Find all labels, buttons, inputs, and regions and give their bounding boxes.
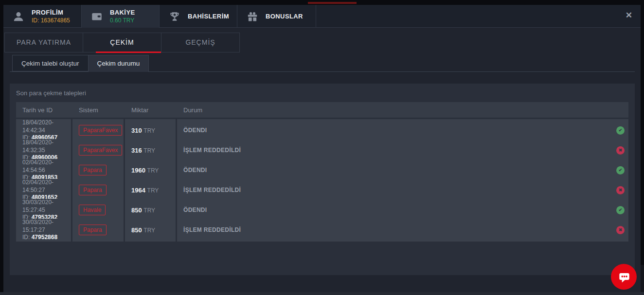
payment-system-badge: Papara bbox=[79, 225, 107, 235]
live-chat-button[interactable] bbox=[611, 264, 637, 290]
chat-bubble-icon bbox=[617, 270, 631, 284]
row-amount: 850 TRY bbox=[131, 226, 176, 234]
panel-title: Son para çekme talepleri bbox=[10, 84, 635, 97]
status-icon: ✔ bbox=[616, 206, 625, 214]
nav-tab-balance[interactable]: BAKİYE 0.60 TRY bbox=[82, 5, 160, 28]
withdrawals-table: Tarih ve ID Sistem Miktar Durum 18/04/20… bbox=[16, 102, 628, 237]
row-amount: 1960 TRY bbox=[131, 167, 176, 174]
cell-date-id: 30/03/2020-15:17:27 ID: 47952868 bbox=[16, 219, 71, 242]
account-nav: PROFİLİM ID: 163674865 BAKİYE 0.60 TRY bbox=[3, 5, 641, 28]
cell-date-id: 02/04/2020-14:54:56 ID: 48091853 bbox=[16, 159, 71, 182]
status-icon: ✖ bbox=[616, 226, 625, 234]
row-date: 18/04/2020-14:32:35 bbox=[22, 139, 71, 154]
cell-system: PaparaFavex bbox=[72, 139, 124, 162]
status-icon: ✖ bbox=[616, 146, 625, 155]
cell-system: Papara bbox=[72, 159, 124, 182]
status-icon: ✔ bbox=[616, 126, 625, 135]
row-id: ID: 47952868 bbox=[22, 234, 71, 242]
subtab-withdrawal-status[interactable]: Çekim durumu bbox=[88, 55, 149, 72]
cell-amount: 1960 TRY bbox=[125, 159, 176, 182]
cell-system: Papara bbox=[72, 179, 124, 202]
row-amount: 310 TRY bbox=[131, 127, 176, 134]
row-status-text: ÖDENDI bbox=[183, 207, 207, 213]
table-header: Tarih ve ID Sistem Miktar Durum bbox=[16, 102, 628, 118]
subtab-create-withdrawal[interactable]: Çekim talebi oluştur bbox=[12, 55, 89, 71]
cell-date-id: 02/04/2020-14:50:27 ID: 48091652 bbox=[16, 179, 71, 202]
payment-system-badge: Havale bbox=[79, 205, 106, 215]
cell-system: Havale bbox=[72, 199, 124, 222]
row-status-text: ÖDENDI bbox=[183, 167, 207, 174]
nav-tab-bonuses[interactable]: BONUSLAR bbox=[237, 5, 316, 28]
table-row: 02/04/2020-14:54:56 ID: 48091853 Papara … bbox=[16, 159, 628, 177]
cell-amount: 1964 TRY bbox=[125, 179, 176, 202]
payment-system-badge: Papara bbox=[79, 185, 107, 195]
table-row: 30/03/2020-15:27:45 ID: 47953282 Havale … bbox=[16, 199, 628, 217]
payment-system-badge: PaparaFavex bbox=[79, 125, 122, 136]
row-amount: 850 TRY bbox=[131, 207, 176, 214]
user-icon bbox=[12, 10, 25, 23]
col-header-status: Durum bbox=[177, 106, 628, 114]
nav-tab-bets[interactable]: BAHİSLERİM bbox=[160, 5, 237, 28]
payment-system-badge: Papara bbox=[79, 165, 107, 175]
cell-status: İŞLEM REDDEDİLDİ ✖ bbox=[177, 219, 628, 242]
row-status-text: İŞLEM REDDEDİLDİ bbox=[183, 226, 241, 233]
account-modal: PROFİLİM ID: 163674865 BAKİYE 0.60 TRY bbox=[3, 5, 641, 292]
cell-date-id: 18/04/2020-14:42:34 ID: 48960567 bbox=[16, 119, 71, 142]
row-date: 02/04/2020-14:50:27 bbox=[22, 179, 71, 194]
row-amount: 316 TRY bbox=[131, 147, 176, 154]
cell-amount: 850 TRY bbox=[125, 199, 176, 222]
balance-section-tabs: PARA YATIRMA ÇEKİM GEÇMİŞ bbox=[5, 33, 240, 52]
cell-system: Papara bbox=[72, 219, 124, 242]
cell-status: ÖDENDI ✔ bbox=[177, 199, 628, 222]
table-row: 18/04/2020-14:32:35 ID: 48960006 PaparaF… bbox=[16, 139, 628, 157]
balance-amount: 0.60 TRY bbox=[110, 17, 135, 24]
trophy-icon bbox=[168, 10, 181, 23]
table-row: 02/04/2020-14:50:27 ID: 48091652 Papara … bbox=[16, 179, 628, 197]
page-bottom-band bbox=[0, 292, 644, 295]
nav-tab-label: BAKİYE bbox=[110, 9, 135, 16]
cell-amount: 310 TRY bbox=[125, 119, 176, 142]
cell-amount: 316 TRY bbox=[125, 139, 176, 162]
wallet-icon bbox=[90, 10, 103, 23]
col-header-amount: Miktar bbox=[125, 106, 176, 114]
row-status-text: İŞLEM REDDEDİLDİ bbox=[183, 147, 241, 154]
row-amount: 1964 TRY bbox=[131, 187, 176, 194]
cell-amount: 850 TRY bbox=[125, 219, 176, 242]
cell-status: İŞLEM REDDEDİLDİ ✖ bbox=[177, 179, 628, 202]
cell-status: İŞLEM REDDEDİLDİ ✖ bbox=[177, 139, 628, 162]
row-date: 30/03/2020-15:27:45 bbox=[22, 199, 71, 214]
profile-id: ID: 163674865 bbox=[32, 17, 70, 24]
close-icon[interactable]: ✕ bbox=[626, 11, 632, 19]
tab-para-yatirma[interactable]: PARA YATIRMA bbox=[4, 33, 83, 52]
status-icon: ✖ bbox=[616, 186, 625, 194]
table-row: 18/04/2020-14:42:34 ID: 48960567 PaparaF… bbox=[16, 119, 628, 138]
page-top-red-segment bbox=[308, 2, 357, 4]
table-body: 18/04/2020-14:42:34 ID: 48960567 PaparaF… bbox=[16, 119, 628, 237]
tab-cekim[interactable]: ÇEKİM bbox=[83, 33, 161, 52]
table-row: 30/03/2020-15:17:27 ID: 47952868 Papara … bbox=[16, 219, 628, 237]
cell-status: ÖDENDI ✔ bbox=[177, 159, 628, 182]
withdrawal-status-panel: Son para çekme talepleri Tarih ve ID Sis… bbox=[10, 84, 635, 275]
row-date: 02/04/2020-14:54:56 bbox=[22, 159, 71, 174]
row-date: 18/04/2020-14:42:34 bbox=[22, 119, 71, 134]
cell-status: ÖDENDI ✔ bbox=[177, 119, 628, 142]
gift-icon bbox=[246, 10, 259, 23]
col-header-system: Sistem bbox=[72, 106, 124, 114]
nav-tab-label: BAHİSLERİM bbox=[188, 13, 229, 20]
status-icon: ✔ bbox=[616, 166, 625, 174]
withdraw-subtabs: Çekim talebi oluştur Çekim durumu bbox=[10, 55, 635, 72]
payment-system-badge: PaparaFavex bbox=[79, 145, 122, 156]
cell-date-id: 30/03/2020-15:27:45 ID: 47953282 bbox=[16, 199, 71, 222]
cell-date-id: 18/04/2020-14:32:35 ID: 48960006 bbox=[16, 139, 71, 162]
col-header-date: Tarih ve ID bbox=[16, 106, 71, 114]
cell-system: PaparaFavex bbox=[72, 119, 124, 142]
nav-tab-profile[interactable]: PROFİLİM ID: 163674865 bbox=[3, 5, 82, 28]
nav-tab-label: PROFİLİM bbox=[32, 9, 70, 16]
tab-gecmis[interactable]: GEÇMİŞ bbox=[161, 33, 240, 52]
row-status-text: ÖDENDI bbox=[183, 127, 207, 134]
row-status-text: İŞLEM REDDEDİLDİ bbox=[183, 187, 241, 193]
nav-tab-label: BONUSLAR bbox=[266, 13, 303, 20]
row-date: 30/03/2020-15:17:27 bbox=[22, 219, 71, 234]
